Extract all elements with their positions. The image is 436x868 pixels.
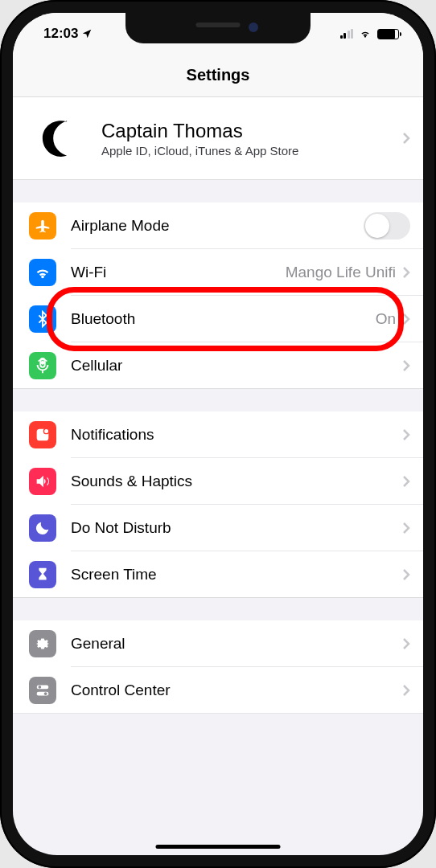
row-label: Wi-Fi (71, 264, 286, 281)
row-label: Do Not Disturb (71, 519, 402, 537)
notifications-group: Notifications Sounds & Haptics (13, 411, 423, 598)
wifi-row[interactable]: Wi-Fi Mango Life Unifi (13, 249, 423, 296)
svg-point-6 (44, 692, 47, 695)
cellular-signal-icon (340, 29, 354, 39)
screen: 12:03 Settings Captain Th (13, 13, 423, 855)
battery-icon (377, 29, 399, 39)
page-title: Settings (13, 55, 423, 100)
airplane-mode-row[interactable]: Airplane Mode (13, 203, 423, 249)
chevron-right-icon (402, 684, 410, 697)
bluetooth-icon (29, 305, 56, 333)
bluetooth-row[interactable]: Bluetooth On (13, 296, 423, 342)
wifi-status-icon (358, 28, 372, 39)
dnd-row[interactable]: Do Not Disturb (13, 505, 423, 551)
gear-icon (29, 630, 56, 657)
row-value: On (376, 310, 396, 328)
chevron-right-icon (402, 266, 410, 279)
connectivity-group: Airplane Mode Wi-Fi Mango Life Unifi (13, 203, 423, 389)
hourglass-icon (29, 561, 56, 588)
chevron-right-icon (402, 132, 410, 145)
chevron-right-icon (402, 568, 410, 581)
row-label: General (71, 635, 402, 653)
row-label: Bluetooth (71, 310, 376, 328)
profile-group: Captain Thomas Apple ID, iCloud, iTunes … (13, 96, 423, 180)
notch (125, 13, 311, 43)
settings-list[interactable]: Captain Thomas Apple ID, iCloud, iTunes … (13, 96, 423, 855)
status-time: 12:03 (43, 26, 78, 42)
row-label: Screen Time (71, 566, 402, 583)
row-label: Notifications (71, 426, 402, 444)
control-center-row[interactable]: Control Center (13, 667, 423, 714)
row-label: Airplane Mode (71, 217, 364, 235)
apple-id-row[interactable]: Captain Thomas Apple ID, iCloud, iTunes … (13, 97, 423, 180)
location-arrow-icon (81, 28, 93, 39)
notifications-row[interactable]: Notifications (13, 411, 423, 458)
moon-icon (29, 514, 56, 542)
avatar (29, 110, 85, 166)
general-row[interactable]: General (13, 620, 423, 667)
row-label: Sounds & Haptics (71, 473, 402, 490)
chevron-right-icon (402, 475, 410, 488)
sounds-row[interactable]: Sounds & Haptics (13, 458, 423, 505)
screen-time-row[interactable]: Screen Time (13, 551, 423, 598)
general-group: General Control Center (13, 620, 423, 714)
profile-subtitle: Apple ID, iCloud, iTunes & App Store (101, 144, 402, 158)
cellular-row[interactable]: Cellular (13, 342, 423, 389)
wifi-icon (29, 259, 56, 286)
cellular-icon (29, 352, 56, 379)
chevron-right-icon (402, 313, 410, 326)
chevron-right-icon (402, 428, 410, 441)
home-indicator[interactable] (156, 845, 281, 849)
notifications-icon (29, 421, 56, 448)
control-center-icon (29, 677, 56, 704)
airplane-toggle[interactable] (364, 212, 410, 240)
chevron-right-icon (402, 637, 410, 650)
profile-name: Captain Thomas (101, 120, 402, 142)
chevron-right-icon (402, 522, 410, 534)
airplane-icon (29, 212, 56, 240)
row-label: Cellular (71, 357, 402, 375)
row-value: Mango Life Unifi (286, 264, 396, 281)
row-label: Control Center (71, 682, 402, 699)
chevron-right-icon (402, 359, 410, 372)
svg-point-4 (39, 686, 42, 689)
device-frame: 12:03 Settings Captain Th (0, 0, 436, 868)
sounds-icon (29, 468, 56, 495)
svg-point-2 (43, 428, 48, 433)
